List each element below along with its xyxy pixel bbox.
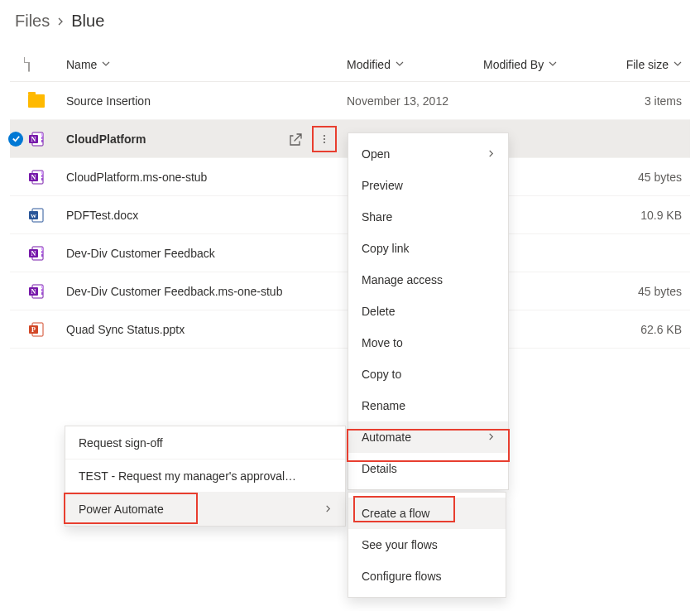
- size-cell: 3 items: [616, 94, 690, 108]
- svg-rect-14: [41, 178, 43, 180]
- svg-rect-21: [41, 248, 43, 250]
- file-type-icon: N: [28, 131, 66, 147]
- power-automate-submenu: Create a flowSee your flowsConfigure flo…: [348, 492, 506, 598]
- svg-rect-27: [41, 286, 43, 288]
- flows-item-test[interactable]: TEST - Request my manager's approval…: [65, 459, 345, 493]
- file-name[interactable]: Dev-Div Customer Feedback: [66, 247, 347, 260]
- modified-cell: November 13, 2012: [347, 94, 483, 108]
- file-type-icon: P: [28, 321, 66, 338]
- size-cell: 62.6 KB: [616, 323, 690, 336]
- column-header-modifiedby-label: Modified By: [483, 58, 544, 71]
- file-name[interactable]: CloudPlatform.ms-one-stub: [66, 171, 347, 184]
- file-type-icon: W: [28, 207, 66, 224]
- file-name[interactable]: Dev-Div Customer Feedback.ms-one-stub: [66, 285, 347, 298]
- svg-rect-29: [41, 292, 43, 295]
- menu-item-copyto[interactable]: Copy to: [348, 358, 508, 390]
- menu-item-preview[interactable]: Preview: [348, 170, 508, 201]
- column-header-name[interactable]: Name: [66, 58, 347, 71]
- flows-item-pa[interactable]: Power Automate: [65, 493, 345, 526]
- svg-point-7: [324, 137, 325, 139]
- more-options-button[interactable]: [312, 126, 337, 152]
- menu-item-moveto[interactable]: Move to: [348, 327, 508, 358]
- chevron-right-icon: [487, 431, 495, 443]
- svg-rect-22: [41, 251, 43, 253]
- svg-rect-12: [41, 171, 43, 174]
- document-icon: [28, 58, 30, 71]
- svg-text:N: N: [31, 288, 36, 296]
- svg-rect-3: [41, 133, 43, 136]
- svg-text:N: N: [31, 174, 36, 181]
- menu-item-manage[interactable]: Manage access: [348, 264, 508, 296]
- column-header-modified[interactable]: Modified: [347, 58, 483, 71]
- column-header-name-label: Name: [66, 58, 97, 71]
- column-header-filesize[interactable]: File size: [616, 58, 690, 71]
- column-header-row: Name Modified Modified By File size: [10, 47, 690, 82]
- table-row[interactable]: Source InsertionNovember 13, 20123 items: [10, 82, 690, 120]
- svg-text:P: P: [31, 326, 36, 334]
- chevron-right-icon: [487, 148, 495, 160]
- checkmark-icon[interactable]: [8, 132, 23, 147]
- menu-item-details[interactable]: Details: [348, 453, 508, 484]
- pa-item-create[interactable]: Create a flow: [348, 498, 506, 529]
- svg-point-8: [324, 141, 325, 142]
- file-type-icon: [28, 93, 66, 109]
- file-name[interactable]: CloudPlatform: [66, 126, 347, 152]
- file-name[interactable]: PDFTest.docx: [66, 209, 347, 222]
- menu-item-delete[interactable]: Delete: [348, 296, 508, 327]
- column-header-modified-label: Modified: [347, 58, 391, 71]
- svg-text:N: N: [31, 250, 36, 257]
- chevron-down-icon: [396, 60, 404, 70]
- chevron-down-icon: [674, 60, 682, 70]
- file-name[interactable]: Quad Sync Status.pptx: [66, 323, 347, 336]
- size-cell: 10.9 KB: [616, 209, 690, 222]
- svg-rect-4: [41, 137, 43, 139]
- svg-rect-13: [41, 175, 43, 177]
- pa-item-configure[interactable]: Configure flows: [348, 560, 506, 592]
- svg-point-6: [324, 134, 325, 136]
- svg-rect-5: [41, 140, 43, 142]
- menu-item-rename[interactable]: Rename: [348, 390, 508, 421]
- svg-text:N: N: [31, 136, 36, 143]
- size-cell: 45 bytes: [616, 285, 690, 298]
- menu-item-copylink[interactable]: Copy link: [348, 233, 508, 264]
- file-type-icon: N: [28, 283, 66, 300]
- breadcrumb: Files Blue: [0, 0, 700, 47]
- share-icon[interactable]: [284, 127, 307, 151]
- column-header-icon[interactable]: [28, 58, 66, 71]
- file-type-icon: N: [28, 245, 66, 262]
- pa-item-see[interactable]: See your flows: [348, 529, 506, 560]
- svg-rect-23: [41, 254, 43, 257]
- column-header-filesize-label: File size: [626, 58, 669, 71]
- breadcrumb-root[interactable]: Files: [15, 12, 50, 31]
- flows-item-signoff[interactable]: Request sign-off: [65, 426, 345, 459]
- size-cell: 45 bytes: [616, 171, 690, 184]
- chevron-right-icon: [324, 503, 332, 515]
- menu-item-open[interactable]: Open: [348, 138, 508, 170]
- svg-rect-28: [41, 289, 43, 291]
- file-type-icon: N: [28, 169, 66, 185]
- file-name[interactable]: Source Insertion: [66, 94, 347, 108]
- breadcrumb-current: Blue: [71, 12, 104, 31]
- chevron-down-icon: [102, 60, 110, 70]
- menu-item-automate[interactable]: Automate: [348, 421, 508, 453]
- context-menu: OpenPreviewShareCopy linkManage accessDe…: [348, 132, 509, 490]
- chevron-down-icon: [549, 60, 557, 70]
- menu-item-share[interactable]: Share: [348, 201, 508, 233]
- column-header-modifiedby[interactable]: Modified By: [483, 58, 616, 71]
- svg-text:W: W: [31, 213, 36, 219]
- chevron-right-icon: [56, 15, 65, 28]
- flows-submenu: Request sign-offTEST - Request my manage…: [65, 426, 346, 527]
